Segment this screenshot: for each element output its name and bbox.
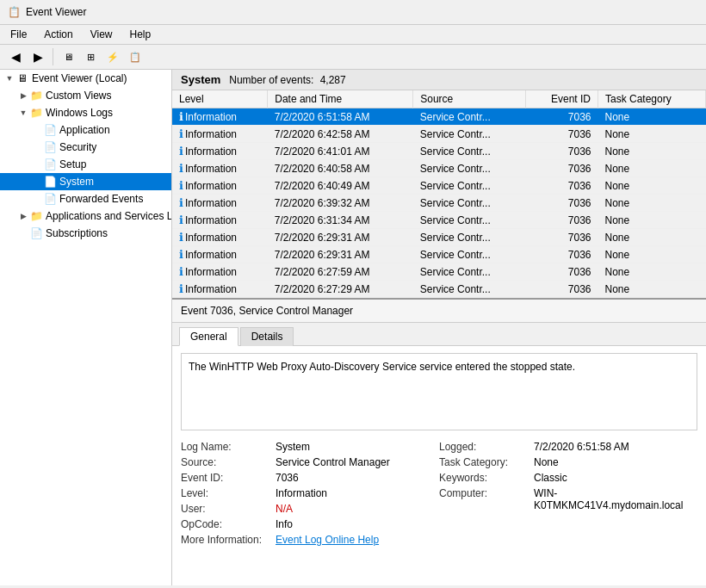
- eventid-cell: 7036: [525, 212, 598, 229]
- detail-field-row: Computer:WIN-K0TMKMC41V4.mydomain.local: [439, 486, 697, 513]
- expand-arrow-application: [31, 124, 43, 136]
- source-cell: Service Contr...: [413, 143, 526, 160]
- detail-fields: Log Name:SystemSource:Service Control Ma…: [181, 439, 697, 548]
- sidebar-item-application[interactable]: 📄Application: [0, 121, 171, 139]
- sidebar-item-custom-views[interactable]: ▶📁Custom Views: [0, 87, 171, 104]
- table-row[interactable]: ℹInformation7/2/2020 6:40:58 AMService C…: [172, 160, 706, 177]
- filter-button[interactable]: ⚡: [102, 47, 123, 66]
- app-icon: 📋: [7, 5, 21, 19]
- detail-field-row: User:N/A: [181, 501, 439, 517]
- detail-field-value: System: [276, 441, 310, 453]
- datetime-cell: 7/2/2020 6:27:59 AM: [268, 263, 413, 281]
- table-row[interactable]: ℹInformation7/2/2020 6:51:58 AMService C…: [172, 108, 706, 126]
- table-row[interactable]: ℹInformation7/2/2020 6:39:32 AMService C…: [172, 195, 706, 212]
- datetime-cell: 7/2/2020 6:29:31 AM: [268, 229, 413, 246]
- col-eventid: Event ID: [525, 90, 598, 108]
- datetime-cell: 7/2/2020 6:41:01 AM: [268, 143, 413, 160]
- properties-button[interactable]: 📋: [125, 47, 146, 66]
- sidebar-label-subscriptions: Subscriptions: [46, 227, 108, 239]
- log-count-label: Number of events: 4,287: [229, 74, 345, 86]
- info-icon: ℹ: [179, 127, 183, 140]
- expand-arrow-event-viewer-local[interactable]: ▼: [3, 72, 15, 84]
- sidebar-item-forwarded-events[interactable]: 📄Forwarded Events: [0, 190, 171, 207]
- menu-item-view[interactable]: View: [84, 27, 120, 42]
- taskcategory-cell: None: [598, 229, 706, 246]
- menu-item-file[interactable]: File: [3, 27, 34, 42]
- create-view-button[interactable]: ⊞: [80, 47, 101, 66]
- sidebar-label-system: System: [59, 176, 94, 188]
- detail-field-label: Event ID:: [181, 472, 276, 484]
- title-bar: 📋 Event Viewer: [0, 0, 706, 25]
- info-icon: ℹ: [179, 248, 183, 261]
- level-text: Information: [185, 180, 237, 192]
- sidebar-label-setup: Setup: [59, 158, 86, 170]
- taskcategory-cell: None: [598, 195, 706, 212]
- sidebar-item-security[interactable]: 📄Security: [0, 139, 171, 156]
- info-icon: ℹ: [179, 162, 183, 175]
- detail-header: Event 7036, Service Control Manager: [172, 300, 706, 323]
- menu-item-action[interactable]: Action: [37, 27, 79, 42]
- table-row[interactable]: ℹInformation7/2/2020 6:27:59 AMService C…: [172, 263, 706, 281]
- eventid-cell: 7036: [525, 126, 598, 143]
- source-cell: Service Contr...: [413, 281, 526, 298]
- detail-field-row: Source:Service Control Manager: [181, 455, 439, 470]
- sidebar-item-setup[interactable]: 📄Setup: [0, 156, 171, 173]
- detail-field-row: Task Category:None: [439, 455, 697, 470]
- computer-icon-event-viewer-local: 🖥: [15, 71, 29, 85]
- eventid-cell: 7036: [525, 160, 598, 177]
- source-cell: Service Contr...: [413, 229, 526, 246]
- log-title: System: [181, 73, 220, 86]
- sidebar-item-apps-services-logs[interactable]: ▶📁Applications and Services Lo...: [0, 207, 171, 225]
- sidebar-label-application: Application: [59, 124, 110, 136]
- eventid-cell: 7036: [525, 263, 598, 281]
- expand-arrow-subscriptions: [17, 227, 29, 239]
- source-cell: Service Contr...: [413, 195, 526, 212]
- taskcategory-cell: None: [598, 108, 706, 126]
- sidebar-item-windows-logs[interactable]: ▼📁Windows Logs: [0, 104, 171, 121]
- sidebar-label-apps-services-logs: Applications and Services Lo...: [46, 210, 172, 222]
- back-button[interactable]: ◀: [5, 47, 26, 66]
- forward-button[interactable]: ▶: [28, 47, 48, 66]
- table-row[interactable]: ℹInformation7/2/2020 6:29:31 AMService C…: [172, 229, 706, 246]
- taskcategory-cell: None: [598, 263, 706, 281]
- level-text: Information: [185, 266, 237, 278]
- detail-field-value: Service Control Manager: [276, 456, 390, 468]
- detail-field-label: OpCode:: [181, 518, 276, 530]
- source-cell: Service Contr...: [413, 246, 526, 263]
- log-header: System Number of events: 4,287: [172, 70, 706, 90]
- events-table-wrap[interactable]: Level Date and Time Source Event ID Task…: [172, 90, 706, 300]
- eventid-cell: 7036: [525, 177, 598, 195]
- detail-field-label: More Information:: [181, 534, 276, 546]
- level-text: Information: [185, 145, 237, 158]
- expand-arrow-windows-logs[interactable]: ▼: [17, 107, 29, 119]
- table-row[interactable]: ℹInformation7/2/2020 6:31:34 AMService C…: [172, 212, 706, 229]
- tab-details[interactable]: Details: [240, 327, 294, 346]
- sidebar-item-subscriptions[interactable]: 📄Subscriptions: [0, 225, 171, 242]
- show-hide-button[interactable]: 🖥: [58, 47, 78, 66]
- detail-field-row: Keywords:Classic: [439, 470, 697, 486]
- log-icon-security: 📄: [43, 140, 57, 154]
- taskcategory-cell: None: [598, 160, 706, 177]
- info-icon: ℹ: [179, 282, 183, 295]
- info-icon: ℹ: [179, 110, 183, 123]
- table-row[interactable]: ℹInformation7/2/2020 6:41:01 AMService C…: [172, 143, 706, 160]
- info-icon: ℹ: [179, 196, 183, 209]
- datetime-cell: 7/2/2020 6:31:34 AM: [268, 212, 413, 229]
- table-row[interactable]: ℹInformation7/2/2020 6:27:29 AMService C…: [172, 281, 706, 298]
- tab-general[interactable]: General: [179, 327, 238, 346]
- level-text: Information: [185, 232, 237, 244]
- expand-arrow-custom-views[interactable]: ▶: [17, 90, 29, 102]
- table-row[interactable]: ℹInformation7/2/2020 6:29:31 AMService C…: [172, 246, 706, 263]
- menu-item-help[interactable]: Help: [123, 27, 158, 42]
- detail-field-value: Information: [276, 487, 327, 499]
- table-row[interactable]: ℹInformation7/2/2020 6:42:58 AMService C…: [172, 126, 706, 143]
- table-row[interactable]: ℹInformation7/2/2020 6:40:49 AMService C…: [172, 177, 706, 195]
- eventid-cell: 7036: [525, 281, 598, 298]
- detail-message: The WinHTTP Web Proxy Auto-Discovery Ser…: [181, 353, 697, 430]
- datetime-cell: 7/2/2020 6:29:31 AM: [268, 246, 413, 263]
- detail-field-value: Info: [276, 518, 293, 530]
- detail-field-value[interactable]: Event Log Online Help: [276, 534, 379, 546]
- expand-arrow-apps-services-logs[interactable]: ▶: [17, 210, 29, 222]
- sidebar-item-event-viewer-local[interactable]: ▼🖥Event Viewer (Local): [0, 70, 171, 87]
- sidebar-item-system[interactable]: 📄System: [0, 173, 171, 190]
